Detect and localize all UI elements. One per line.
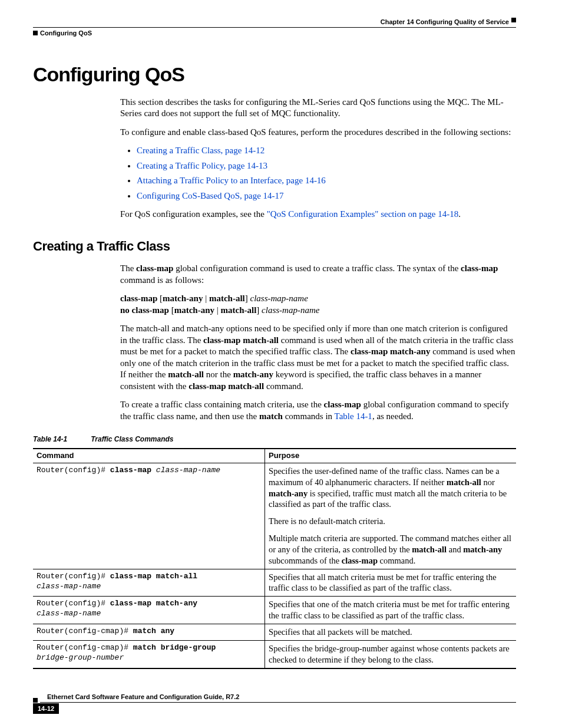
purpose-p1: Specifies the user-defined name of the t…	[269, 466, 513, 510]
text-bold: match-all	[168, 370, 204, 379]
footer-marker-icon	[33, 698, 38, 703]
text: nor	[481, 477, 495, 487]
cmd-bold: match any	[133, 627, 174, 635]
text: nor the	[204, 370, 233, 379]
table-caption: Table 14-1Traffic Class Commands	[33, 435, 516, 444]
text: The	[120, 263, 136, 273]
list-item: Creating a Traffic Policy, page 14-13	[137, 160, 516, 172]
cell-purpose: Specifies the user-defined name of the t…	[265, 463, 516, 569]
purpose-p2: There is no default-match criteria.	[269, 516, 513, 527]
cmd-arg: class-map-name	[37, 582, 101, 591]
th-command: Command	[33, 449, 265, 463]
text: ]	[245, 294, 250, 303]
link-traffic-policy[interactable]: Creating a Traffic Policy, page 14-13	[137, 161, 267, 170]
cell-purpose: Specifies that all packets will be match…	[265, 624, 516, 640]
header-marker-icon	[511, 18, 516, 22]
prompt: Router(config-cmap)#	[37, 643, 133, 652]
text-bold: match-all	[447, 477, 481, 487]
table-title: Traffic Class Commands	[91, 435, 173, 443]
cell-purpose: Specifies that all match criteria must b…	[265, 569, 516, 597]
text-bold: class-map match-all	[203, 335, 279, 345]
table-number: Table 14-1	[33, 435, 67, 443]
header-chapter-text: Chapter 14 Configuring Quality of Servic…	[381, 18, 509, 26]
header-section-marker-icon	[33, 31, 38, 35]
table-row: Router(config)# class-map match-anyclass…	[33, 597, 516, 624]
text-bold: match-any	[233, 370, 273, 379]
para-match-options: The match-all and match-any options need…	[120, 323, 516, 392]
cmd-bold: match bridge-group	[133, 643, 216, 652]
header-chapter: Chapter 14 Configuring Quality of Servic…	[33, 18, 516, 28]
text-bold: class-map	[461, 263, 498, 273]
traffic-class-commands-table: Command Purpose Router(config)# class-ma…	[33, 448, 516, 669]
text-bold: match	[259, 411, 283, 421]
list-item: Configuring CoS-Based QoS, page 14-17	[137, 190, 516, 202]
text: .	[458, 209, 461, 219]
list-item: Creating a Traffic Class, page 14-12	[137, 145, 516, 157]
link-cos-qos[interactable]: Configuring CoS-Based QoS, page 14-17	[137, 191, 284, 200]
link-attach-policy[interactable]: Attaching a Traffic Policy to an Interfa…	[137, 176, 326, 185]
text-italic: class-map-name	[262, 305, 319, 315]
cell-command: Router(config)# class-map match-anyclass…	[33, 597, 265, 624]
prompt: Router(config)#	[37, 572, 110, 581]
text-bold: class-map match-all	[189, 381, 264, 391]
text: |	[214, 305, 221, 315]
text: global configuration command is used to …	[173, 263, 461, 273]
table-row: Router(config)# class-map class-map-name…	[33, 463, 516, 569]
link-examples[interactable]: "QoS Configuration Examples" section on …	[267, 209, 459, 219]
syntax-block: class-map [match-any | match-all] class-…	[120, 293, 516, 316]
text-bold: match-all	[412, 545, 447, 554]
table-row: Router(config-cmap)# match bridge-groupb…	[33, 640, 516, 668]
cell-command: Router(config)# class-map match-allclass…	[33, 569, 265, 597]
cmd-arg: bridge-group-number	[37, 653, 124, 662]
section-heading: Creating a Traffic Class	[33, 238, 516, 255]
text-bold: match-all	[221, 305, 257, 315]
text: command is as follows:	[120, 275, 204, 285]
para-classmap-intro: The class-map global configuration comma…	[120, 263, 516, 286]
text: , as needed.	[372, 411, 414, 421]
text-bold: match-any	[463, 545, 502, 554]
intro-para-2: To configure and enable class-based QoS …	[120, 127, 516, 139]
th-purpose: Purpose	[265, 449, 516, 463]
cmd-bold: class-map	[110, 466, 151, 475]
section-links-list: Creating a Traffic Class, page 14-12 Cre…	[120, 145, 516, 202]
list-item: Attaching a Traffic Policy to an Interfa…	[137, 175, 516, 187]
text: ]	[256, 305, 262, 315]
intro-para-1: This section describes the tasks for con…	[120, 97, 516, 120]
header-section-text: Configuring QoS	[40, 29, 92, 37]
link-traffic-class[interactable]: Creating a Traffic Class, page 14-12	[137, 146, 265, 155]
page-title: Configuring QoS	[33, 61, 516, 87]
text: [	[157, 294, 163, 303]
text-bold: class-map	[120, 294, 157, 303]
text-bold: match-any	[269, 489, 308, 498]
purpose-p3: Multiple match criteria are supported. T…	[269, 533, 513, 566]
para-create-class: To create a traffic class containing mat…	[120, 399, 516, 422]
text: [	[169, 305, 174, 315]
text-bold: class-map match-any	[351, 347, 430, 356]
text-bold: class-map	[324, 400, 361, 409]
table-row: Router(config-cmap)# match any Specifies…	[33, 624, 516, 640]
text: command.	[378, 556, 415, 565]
text-bold: match-any	[163, 294, 203, 303]
footer-doc-title: Ethernet Card Software Feature and Confi…	[40, 693, 516, 703]
prompt: Router(config-cmap)#	[37, 627, 133, 635]
page-number: 14-12	[33, 703, 59, 714]
text: commands in	[283, 411, 335, 421]
text-bold: class-map	[136, 263, 173, 273]
cmd-arg: class-map-name	[151, 466, 220, 475]
text: command.	[264, 381, 303, 391]
link-table-14-1[interactable]: Table 14-1	[335, 411, 372, 421]
cell-purpose: Specifies that one of the match criteria…	[265, 597, 516, 624]
cmd-bold: class-map match-all	[110, 572, 197, 581]
cell-command: Router(config-cmap)# match bridge-groupb…	[33, 640, 265, 668]
text: and	[447, 545, 463, 554]
cell-command: Router(config-cmap)# match any	[33, 624, 265, 640]
text-bold: no class-map	[120, 305, 169, 315]
text: To create a traffic class containing mat…	[120, 400, 324, 409]
cell-command: Router(config)# class-map class-map-name	[33, 463, 265, 569]
text-italic: class-map-name	[250, 294, 308, 303]
prompt: Router(config)#	[37, 466, 110, 475]
footer: Ethernet Card Software Feature and Confi…	[68, 693, 516, 714]
cmd-arg: class-map-name	[37, 609, 101, 618]
text: subcommands of the	[269, 556, 342, 565]
text-bold: match-any	[174, 305, 214, 315]
